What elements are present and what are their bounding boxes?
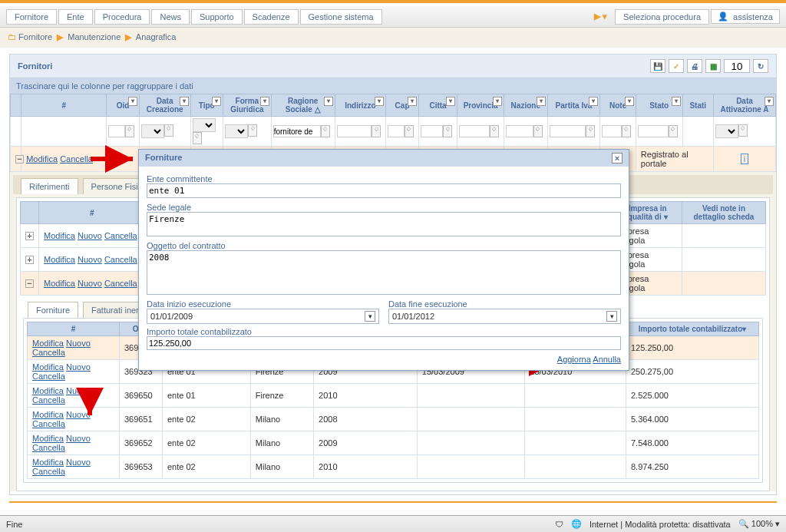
rel-row2-modifica[interactable]: Modifica [44, 255, 75, 264]
print-icon[interactable]: 🖨 [687, 59, 702, 73]
menu-procedura[interactable]: Procedura [94, 9, 150, 25]
col-stati[interactable]: Stati [682, 94, 713, 117]
col-partita-iva[interactable]: Partita Iva▾ [547, 94, 600, 117]
filter-data-attivazione[interactable] [715, 124, 738, 138]
frow-cancella[interactable]: Cancella [32, 467, 65, 476]
sede-input[interactable]: Firenze [147, 212, 621, 236]
frow-nuovo[interactable]: Nuovo [66, 386, 91, 395]
oggetto-input[interactable]: 2008 [147, 250, 621, 295]
menu-scadenze[interactable]: Scadenze [244, 9, 299, 25]
col-note[interactable]: Note▾ [600, 94, 636, 117]
pagesize-input[interactable] [724, 59, 750, 73]
breadcrumb-manutenzione[interactable]: Manutenzione [68, 32, 121, 41]
rel-col-hash[interactable]: # [39, 202, 146, 224]
col-cap[interactable]: Cap▾ [386, 94, 418, 117]
row-cancella-link[interactable]: Cancella [60, 154, 93, 164]
rel-row3-modifica[interactable]: Modifica [44, 279, 75, 288]
excel-icon[interactable]: ▦ [705, 59, 721, 73]
col-hash[interactable]: # [21, 94, 107, 117]
rel-col-note[interactable]: Vedi note in dettaglio scheda [682, 202, 765, 224]
aggiorna-link[interactable]: Aggiorna [557, 355, 591, 364]
filter-indirizzo[interactable] [337, 125, 372, 137]
rel-row3-expander[interactable]: − [25, 279, 34, 288]
frow-nuovo[interactable]: Nuovo [66, 434, 91, 443]
check-icon[interactable]: ✓ [669, 59, 684, 73]
rel-row3-nuovo[interactable]: Nuovo [78, 279, 102, 288]
frow-modifica[interactable]: Modifica [32, 386, 64, 395]
menu-ente[interactable]: Ente [58, 9, 93, 25]
col-data-creazione[interactable]: Data Creazione▾ [139, 94, 190, 117]
frow-cancella[interactable]: Cancella [32, 443, 65, 452]
fcol-hash[interactable]: # [28, 322, 120, 336]
filter-citta[interactable] [421, 125, 444, 137]
col-stato[interactable]: Stato▾ [636, 94, 682, 117]
chevron-down-icon[interactable]: ▾ [128, 97, 137, 106]
menu-supporto[interactable]: Supporto [191, 9, 243, 25]
rel-row1-modifica[interactable]: Modifica [44, 231, 75, 240]
filter-data-creazione[interactable] [141, 124, 164, 138]
tab-riferimenti[interactable]: Riferimenti [21, 178, 78, 194]
assistance-button[interactable]: 👤 assistenza [711, 9, 780, 24]
frow-cancella[interactable]: Cancella [32, 372, 65, 381]
frow-nuovo[interactable]: Nuovo [66, 410, 91, 419]
dropdown-indicator-icon[interactable]: ▶ ▾ [594, 12, 607, 21]
col-oid[interactable]: Oid▾ [107, 94, 139, 117]
chevron-down-icon[interactable]: ▾ [606, 311, 617, 322]
col-nazione[interactable]: Nazione▾ [504, 94, 547, 117]
annulla-link[interactable]: Annulla [593, 355, 621, 364]
info-icon[interactable]: i [741, 154, 748, 164]
rel-row2-nuovo[interactable]: Nuovo [78, 255, 102, 264]
filter-stato[interactable] [638, 125, 669, 137]
col-data-attivazione[interactable]: Data Attivazione A▾ [713, 94, 775, 117]
menu-news[interactable]: News [151, 9, 190, 25]
frow-cancella[interactable]: Cancella [32, 419, 65, 428]
breadcrumb-anagrafica[interactable]: Anagrafica [136, 32, 177, 41]
filter-ragione-sociale[interactable] [273, 125, 321, 137]
filter-icon[interactable]: ♢ [125, 125, 134, 137]
col-indirizzo[interactable]: Indirizzo▾ [335, 94, 386, 117]
rel-row1-expander[interactable]: + [25, 232, 34, 240]
frow-modifica[interactable]: Modifica [32, 410, 64, 419]
filter-piva[interactable] [550, 125, 586, 137]
col-ragione-sociale[interactable]: Ragione Sociale △▾ [271, 94, 335, 117]
frow-nuovo[interactable]: Nuovo [66, 458, 91, 467]
ente-input[interactable]: ente 01 [147, 183, 621, 198]
save-icon[interactable]: 💾 [650, 59, 665, 73]
menu-gestione-sistema[interactable]: Gestione sistema [300, 9, 382, 25]
filter-forma[interactable] [225, 124, 248, 138]
filter-provincia[interactable] [459, 125, 490, 137]
col-forma-giuridica[interactable]: Forma Giuridica▾ [223, 94, 272, 117]
rel-row1-cancella[interactable]: Cancella [104, 231, 137, 240]
filter-nazione[interactable] [506, 125, 533, 137]
inizio-select[interactable]: 01/01/2009▾ [147, 309, 379, 324]
frow-cancella[interactable]: Cancella [32, 395, 65, 405]
chevron-down-icon[interactable]: ▾ [365, 311, 375, 322]
fcol-importo[interactable]: Importo totale contabilizzato▾ [626, 322, 758, 336]
menu-fornitore[interactable]: Fornitore [6, 9, 57, 25]
rel-row1-nuovo[interactable]: Nuovo [78, 231, 102, 240]
frow-nuovo[interactable]: Nuovo [66, 339, 91, 348]
frow-nuovo[interactable]: Nuovo [66, 362, 91, 372]
subtab-forniture[interactable]: Forniture [28, 302, 78, 318]
zoom-dropdown[interactable]: 🔍 100% ▾ [738, 519, 780, 529]
breadcrumb-fornitore[interactable]: Fornitore [18, 32, 52, 41]
filter-note[interactable] [602, 125, 622, 137]
frow-cancella[interactable]: Cancella [32, 348, 65, 357]
importo-input[interactable] [147, 336, 621, 350]
col-citta[interactable]: Citta▾ [418, 94, 457, 117]
frow-modifica[interactable]: Modifica [32, 458, 64, 467]
filter-oid[interactable] [108, 125, 124, 137]
frow-modifica[interactable]: Modifica [32, 362, 64, 372]
row-collapse-icon[interactable]: − [15, 155, 24, 164]
filter-cap[interactable] [388, 125, 404, 137]
col-provincia[interactable]: Provincia▾ [457, 94, 504, 117]
frow-modifica[interactable]: Modifica [32, 339, 64, 348]
fine-select[interactable]: 01/01/2012▾ [388, 309, 621, 324]
rel-row3-cancella[interactable]: Cancella [104, 279, 137, 288]
col-tipo[interactable]: Tipo▾ [190, 94, 223, 117]
filter-tipo[interactable] [193, 118, 216, 132]
refresh-icon[interactable]: ↻ [753, 59, 768, 73]
select-procedure-button[interactable]: Seleziona procedura [615, 9, 709, 25]
rel-row2-cancella[interactable]: Cancella [104, 255, 137, 264]
row-modifica-link[interactable]: Modifica [26, 154, 58, 164]
